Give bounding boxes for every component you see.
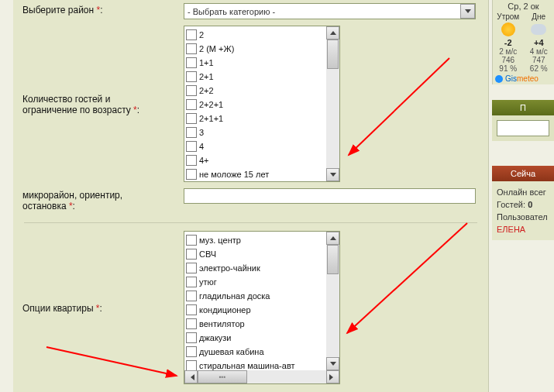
checkbox[interactable]	[186, 318, 197, 329]
list-item-label: стиральная машина-авт	[199, 361, 295, 370]
list-item-label: 2+1	[199, 72, 214, 81]
checkbox[interactable]	[186, 235, 197, 246]
options-scroll-up[interactable]	[326, 232, 339, 245]
list-item[interactable]: гладильная доска	[186, 289, 339, 303]
list-item-label: 3	[199, 128, 204, 137]
checkbox[interactable]	[186, 277, 197, 287]
micro-label: микрорайон, ориентир, остановка *:	[22, 188, 184, 211]
guests-scroll-up[interactable]	[326, 26, 339, 40]
checkbox[interactable]	[186, 291, 197, 301]
district-label: Выберите район *:	[22, 3, 184, 15]
list-item[interactable]: 2	[186, 28, 339, 42]
now-panel-title: Сейча	[492, 166, 554, 181]
list-item-label: не моложе 15 лет	[199, 170, 269, 179]
list-item-label: вентилятор	[199, 319, 245, 328]
sidebar-search-input[interactable]	[497, 120, 549, 136]
list-item-label: 2+1+1	[199, 114, 223, 123]
search-panel-title: П	[492, 100, 554, 115]
list-item-label: 2	[199, 30, 204, 40]
list-item-label: кондиционер	[199, 305, 251, 315]
gismeteo-link[interactable]: Gismeteo	[493, 73, 554, 84]
list-item[interactable]: 4+	[186, 153, 339, 167]
list-item[interactable]: душевая кабина	[186, 345, 339, 359]
list-item[interactable]: не моложе 15 лет	[186, 167, 339, 181]
micro-input[interactable]	[184, 188, 476, 204]
list-item-label: 2+2	[199, 86, 214, 95]
list-item[interactable]: муз. центр	[186, 233, 339, 247]
user-link[interactable]: ЕЛЕНА	[497, 223, 549, 236]
checkbox[interactable]	[186, 304, 197, 315]
checkbox[interactable]	[186, 332, 197, 343]
district-select-button[interactable]	[460, 4, 475, 19]
checkbox[interactable]	[186, 127, 197, 138]
checkbox[interactable]	[186, 99, 197, 110]
guests-scroll-down[interactable]	[326, 168, 339, 181]
list-item[interactable]: 2 (М +Ж)	[186, 42, 339, 56]
list-item-label: 4+	[199, 156, 209, 165]
sun-icon	[501, 22, 515, 36]
list-item[interactable]: кондиционер	[186, 303, 339, 317]
checkbox[interactable]	[186, 71, 197, 82]
list-item-label: электро-чайник	[199, 263, 260, 273]
gismeteo-icon	[495, 75, 503, 83]
list-item[interactable]: 1+1	[186, 56, 339, 70]
guests-label: Количество гостей и ограничение по возра…	[22, 92, 184, 115]
list-item-label: 4	[199, 142, 204, 151]
checkbox[interactable]	[186, 113, 197, 124]
options-scrollbar[interactable]	[326, 232, 339, 370]
weather-col-morning: Утром -2 2 м/с 746 91 %	[493, 12, 524, 73]
options-hscroll-left[interactable]	[184, 370, 198, 383]
list-item[interactable]: утюг	[186, 275, 339, 289]
checkbox[interactable]	[186, 57, 197, 68]
list-item[interactable]: 2+2+1	[186, 98, 339, 112]
district-select[interactable]: - Выбрать категорию -	[184, 3, 476, 19]
list-item-label: гладильная доска	[199, 291, 270, 301]
checkbox[interactable]	[186, 249, 197, 260]
options-label: Опции квартиры *:	[22, 301, 184, 314]
options-listbox[interactable]: муз. центрСВЧэлектро-чайникутюггладильна…	[184, 231, 340, 384]
options-hscroll-thumb[interactable]: ▪▪▪	[198, 370, 247, 383]
list-item[interactable]: СВЧ	[186, 247, 339, 261]
checkbox[interactable]	[186, 360, 197, 371]
checkbox[interactable]	[186, 141, 197, 152]
list-item-label: утюг	[199, 277, 217, 287]
list-item-label: муз. центр	[199, 236, 241, 245]
checkbox[interactable]	[186, 263, 197, 273]
list-item[interactable]: джакузи	[186, 331, 339, 345]
options-hscroll-right[interactable]	[326, 370, 339, 383]
list-item-label: 1+1	[199, 58, 214, 67]
list-item[interactable]: 3	[186, 126, 339, 139]
checkbox[interactable]	[186, 85, 197, 96]
list-item-label: 2 (М +Ж)	[199, 44, 234, 53]
options-hscrollbar[interactable]: ▪▪▪	[184, 370, 339, 383]
list-item[interactable]: 2+2	[186, 84, 339, 98]
weather-col-day: Дне +4 4 м/с 747 62 %	[524, 12, 555, 73]
list-item[interactable]: 2+1	[186, 70, 339, 84]
guests-listbox[interactable]: 22 (М +Ж)1+12+12+22+2+12+1+1344+не молож…	[184, 26, 340, 182]
list-item[interactable]: электро-чайник	[186, 261, 339, 275]
checkbox[interactable]	[186, 346, 197, 357]
list-item[interactable]: вентилятор	[186, 317, 339, 331]
cloud-icon	[531, 24, 546, 35]
checkbox[interactable]	[186, 155, 197, 166]
checkbox[interactable]	[186, 169, 197, 180]
options-scroll-down[interactable]	[326, 357, 339, 370]
list-item-label: душевая кабина	[199, 347, 264, 356]
list-item[interactable]: 2+1+1	[186, 112, 339, 126]
list-item[interactable]: 4	[186, 139, 339, 153]
guests-scrollbar[interactable]	[326, 26, 339, 181]
checkbox[interactable]	[186, 43, 197, 54]
checkbox[interactable]	[186, 29, 197, 40]
list-item-label: 2+2+1	[199, 100, 223, 109]
weather-date: Ср, 2 ок	[493, 0, 554, 12]
list-item-label: джакузи	[199, 333, 232, 342]
list-item-label: СВЧ	[199, 249, 216, 259]
district-selected: - Выбрать категорию -	[184, 7, 460, 16]
online-block: Онлайн всег Гостей: 0 Пользовател ЕЛЕНА	[492, 181, 554, 240]
